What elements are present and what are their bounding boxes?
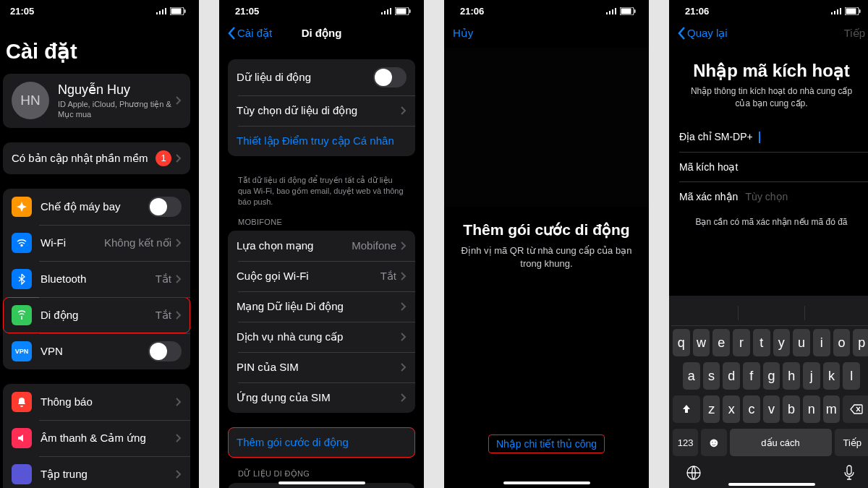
home-indicator[interactable]: [503, 481, 590, 484]
key-y[interactable]: y: [773, 329, 791, 356]
cellular-data-row[interactable]: Dữ liệu di động: [228, 59, 415, 95]
svg-rect-15: [609, 11, 610, 14]
smdp-address-field[interactable]: Địa chỉ SM-DP+: [669, 121, 868, 152]
key-q[interactable]: q: [673, 329, 690, 356]
keyboard-candidates[interactable]: [671, 300, 868, 326]
key-e[interactable]: e: [712, 329, 730, 356]
key-k[interactable]: k: [823, 362, 841, 390]
key-x[interactable]: x: [723, 395, 740, 423]
svg-rect-0: [156, 12, 158, 14]
key-u[interactable]: u: [793, 329, 810, 356]
software-update-row[interactable]: Có bản cập nhật phần mềm 1: [3, 142, 190, 174]
key-j[interactable]: j: [803, 362, 820, 390]
key-m[interactable]: m: [823, 395, 841, 423]
key-n[interactable]: n: [803, 395, 820, 423]
network-selection-row[interactable]: Lựa chọn mạng Mobifone: [228, 231, 415, 261]
wifi-calling-row[interactable]: Cuộc gọi Wi-Fi Tắt: [228, 261, 415, 291]
keyboard-next-key[interactable]: Tiếp: [835, 429, 868, 456]
globe-key[interactable]: [684, 463, 703, 482]
airplane-mode-row[interactable]: Chế độ máy bay: [3, 189, 190, 225]
space-key[interactable]: dấu cách: [730, 429, 832, 456]
airplane-icon: [12, 197, 32, 217]
shift-key[interactable]: [673, 395, 700, 423]
chevron-right-icon: [176, 239, 182, 247]
wifi-row[interactable]: Wi-Fi Không kết nối: [3, 225, 190, 261]
data-network-row[interactable]: Mạng Dữ liệu Di động: [228, 291, 415, 322]
battery-icon: [620, 7, 636, 15]
sim-apps-row[interactable]: Ứng dụng của SIM: [228, 382, 415, 413]
confirmation-note: Bạn cần có mã xác nhận nếu mã đó đã: [669, 211, 868, 227]
next-button[interactable]: Tiếp: [844, 27, 865, 40]
svg-rect-23: [837, 9, 838, 14]
cellular-data-toggle[interactable]: [373, 67, 407, 87]
key-s[interactable]: s: [703, 362, 720, 390]
battery-icon: [845, 7, 861, 15]
svg-rect-9: [387, 9, 388, 14]
add-cellular-plan-row[interactable]: Thêm gói cước di động: [228, 427, 415, 458]
vpn-toggle[interactable]: [148, 341, 182, 361]
notifications-row[interactable]: Thông báo: [3, 384, 190, 420]
key-g[interactable]: g: [763, 362, 780, 390]
svg-rect-13: [409, 9, 411, 13]
status-indicators: [831, 7, 861, 15]
qr-title: Thêm gói cước di động: [456, 221, 637, 239]
hotspot-row[interactable]: Thiết lập Điểm truy cập Cá nhân: [228, 126, 415, 156]
key-i[interactable]: i: [813, 329, 830, 356]
svg-rect-10: [390, 8, 391, 14]
key-r[interactable]: r: [733, 329, 750, 356]
chevron-right-icon: [401, 106, 407, 115]
airplane-toggle[interactable]: [148, 197, 182, 217]
nav-title: Di động: [219, 27, 424, 40]
svg-rect-12: [396, 8, 407, 14]
dictation-key[interactable]: [840, 463, 859, 482]
qr-subtitle: Định vị mã QR từ nhà cung cấp của bạn tr…: [456, 244, 637, 270]
data-options-row[interactable]: Tùy chọn dữ liệu di động: [228, 95, 415, 126]
sound-row[interactable]: Âm thanh & Cảm ứng: [3, 420, 190, 456]
vpn-row[interactable]: VPN VPN: [3, 333, 190, 369]
emoji-key[interactable]: ☻: [701, 429, 726, 456]
confirmation-code-field[interactable]: Mã xác nhận Tùy chọn: [669, 181, 868, 211]
key-l[interactable]: l: [843, 362, 860, 390]
screen-add-plan-qr: 21:06 Hủy Thêm gói cước di động Định vị …: [444, 0, 649, 488]
home-indicator[interactable]: [278, 481, 365, 484]
key-c[interactable]: c: [743, 395, 760, 423]
svg-rect-16: [612, 9, 613, 14]
sim-pin-row[interactable]: PIN của SIM: [228, 352, 415, 382]
key-h[interactable]: h: [783, 362, 800, 390]
svg-rect-1: [159, 11, 161, 14]
activation-code-field[interactable]: Mã kích hoạt: [669, 152, 868, 181]
key-w[interactable]: w: [693, 329, 710, 356]
key-p[interactable]: p: [853, 329, 868, 356]
key-t[interactable]: t: [753, 329, 770, 356]
key-o[interactable]: o: [833, 329, 851, 356]
profile-row[interactable]: HN Nguyễn Huy ID Apple, iCloud, Phương t…: [3, 74, 190, 128]
key-a[interactable]: a: [683, 362, 700, 390]
cellular-row[interactable]: Di động Tắt: [3, 297, 190, 333]
focus-row[interactable]: Tập trung: [3, 456, 190, 488]
status-time: 21:06: [460, 6, 484, 17]
key-d[interactable]: d: [723, 362, 740, 390]
backspace-key[interactable]: [843, 395, 868, 423]
back-button[interactable]: Quay lại: [678, 27, 728, 40]
enter-details-manually-link[interactable]: Nhập chi tiết thủ công: [488, 435, 605, 453]
keyboard: qwertyuiop asdfghjkl zxcvbnm 123 ☻ dấu c…: [669, 296, 868, 488]
status-bar: 21:06: [669, 0, 868, 19]
bluetooth-row[interactable]: Bluetooth Tắt: [3, 261, 190, 297]
chevron-right-icon: [176, 311, 182, 320]
avatar: HN: [12, 82, 49, 119]
chevron-right-icon: [401, 333, 407, 341]
key-f[interactable]: f: [743, 362, 760, 390]
nav-bar: Hủy: [444, 19, 649, 48]
status-time: 21:06: [685, 6, 709, 17]
numbers-key[interactable]: 123: [673, 429, 698, 456]
key-v[interactable]: v: [763, 395, 780, 423]
battery-icon: [170, 7, 186, 15]
svg-rect-7: [381, 12, 383, 14]
svg-rect-27: [859, 9, 861, 13]
home-indicator[interactable]: [728, 483, 815, 486]
svg-rect-19: [621, 8, 631, 14]
key-z[interactable]: z: [703, 395, 720, 423]
key-b[interactable]: b: [783, 395, 800, 423]
carrier-services-row[interactable]: Dịch vụ nhà cung cấp: [228, 322, 415, 352]
cancel-button[interactable]: Hủy: [453, 27, 473, 40]
